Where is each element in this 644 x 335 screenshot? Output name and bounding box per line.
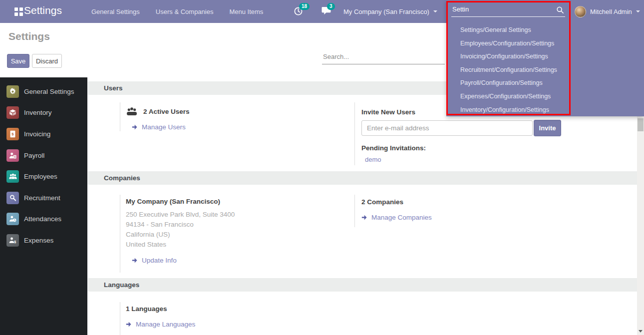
languages-count: 1 Languages (126, 305, 347, 313)
menu-search-row (452, 3, 565, 16)
magnifier-icon (6, 192, 19, 204)
search-result-item[interactable]: Payroll/Configuration/Settings (446, 76, 569, 90)
activities-button[interactable]: 18 (294, 6, 304, 16)
app-title: Settings (24, 4, 62, 16)
company-selector-label: My Company (San Francisco) (343, 8, 429, 15)
manage-languages-link[interactable]: Manage Languages (126, 321, 347, 328)
apps-grid-icon[interactable] (14, 7, 23, 16)
company-info-block: My Company (San Francisco) 250 Executive… (120, 195, 347, 273)
manage-companies-label: Manage Companies (371, 214, 432, 221)
arrow-right-icon (132, 257, 138, 264)
address-line: United States (126, 240, 347, 250)
svg-text:$: $ (14, 156, 15, 158)
messages-button[interactable]: 3 (322, 6, 331, 16)
menu-search-input[interactable] (452, 3, 547, 13)
address-line: 94134 - San Francisco (126, 220, 347, 230)
expense-icon: $ (6, 234, 19, 247)
employees-icon (6, 170, 19, 183)
page-title: Settings (8, 30, 50, 42)
svg-text:$: $ (11, 132, 14, 136)
discard-button[interactable]: Discard (32, 54, 62, 68)
section-header-languages: Languages (88, 278, 637, 292)
search-result-item[interactable]: Employees/Configuration/Settings (446, 37, 569, 50)
sidebar-item-invoicing[interactable]: $ Invoicing (0, 123, 87, 145)
companies-count: 2 Companies (361, 198, 587, 206)
record-search (322, 51, 445, 64)
settings-sidebar: General Settings Inventory $ Invoicing $… (0, 77, 87, 335)
search-result-item[interactable]: Invoicing/Configuration/Settings (446, 50, 569, 63)
sidebar-item-label: General Settings (24, 88, 74, 95)
user-name: Mitchell Admin (590, 8, 632, 15)
users-summary-block: 2 Active Users Manage Users (120, 102, 347, 131)
section-header-companies: Companies (88, 171, 637, 185)
companies-summary-block: 2 Companies Manage Companies (354, 195, 587, 227)
update-info-label: Update Info (142, 257, 177, 264)
chevron-down-icon (636, 10, 640, 12)
sidebar-item-label: Recruitment (24, 194, 60, 202)
company-address: 250 Executive Park Blvd, Suite 3400 9413… (126, 210, 347, 250)
sidebar-item-inventory[interactable]: Inventory (0, 102, 87, 124)
arrow-right-icon (361, 214, 368, 221)
address-line: California (US) (126, 230, 347, 240)
menu-users-companies[interactable]: Users & Companies (148, 8, 222, 15)
sidebar-item-label: Invoicing (24, 130, 50, 138)
sidebar-item-payroll[interactable]: $ Payroll (0, 145, 87, 166)
navbar-menus: General Settings Users & Companies Menu … (83, 0, 271, 23)
invoice-icon: $ (6, 128, 19, 140)
sidebar-item-label: Attendances (24, 215, 61, 223)
menu-menu-items[interactable]: Menu Items (221, 8, 271, 15)
arrow-right-icon (132, 124, 138, 130)
scrollbar-thumb[interactable] (638, 118, 644, 131)
manage-companies-link[interactable]: Manage Companies (361, 214, 587, 221)
gear-icon (6, 85, 19, 98)
invite-button[interactable]: Invite (534, 120, 561, 136)
pending-invitations-label: Pending Invitations: (361, 144, 587, 152)
systray: 18 3 (294, 0, 331, 23)
search-result-item[interactable]: Settings/General Settings (446, 23, 569, 37)
arrow-right-icon (126, 321, 132, 328)
search-icon[interactable] (556, 6, 564, 14)
update-info-link[interactable]: Update Info (132, 257, 347, 264)
record-search-input[interactable] (322, 51, 445, 64)
invite-email-input[interactable] (361, 120, 533, 136)
sidebar-item-label: Employees (24, 173, 57, 180)
sidebar-item-general-settings[interactable]: General Settings (0, 81, 87, 102)
sidebar-item-label: Inventory (24, 109, 52, 116)
save-button[interactable]: Save (7, 54, 29, 68)
languages-summary-block: 1 Languages Manage Languages (120, 302, 347, 335)
box-icon (6, 106, 19, 119)
manage-users-link[interactable]: Manage Users (132, 123, 347, 131)
sidebar-item-label: Payroll (24, 152, 44, 159)
sidebar-item-recruitment[interactable]: Recruitment (0, 187, 87, 209)
avatar (575, 6, 586, 17)
manage-languages-label: Manage Languages (136, 321, 195, 328)
chevron-down-icon (639, 330, 643, 333)
search-result-item[interactable]: Recruitment/Configuration/Settings (446, 63, 569, 77)
chevron-down-icon (433, 10, 437, 12)
sidebar-item-expenses[interactable]: $ Expenses (0, 230, 87, 251)
scroll-down-button[interactable] (637, 328, 644, 335)
attendance-icon (6, 213, 19, 225)
company-selector[interactable]: My Company (San Francisco) (343, 0, 437, 23)
search-result-item[interactable]: Inventory/Configuration/Settings (446, 103, 569, 117)
svg-text:$: $ (14, 240, 16, 244)
sidebar-item-label: Expenses (24, 237, 53, 244)
user-menu[interactable]: Mitchell Admin (575, 0, 640, 23)
manage-users-label: Manage Users (142, 123, 186, 131)
company-name: My Company (San Francisco) (126, 198, 347, 205)
search-result-item[interactable]: Expenses/Configuration/Settings (446, 90, 569, 103)
active-users-count: 2 Active Users (143, 108, 190, 115)
search-results-list: Settings/General Settings Employees/Conf… (446, 23, 569, 116)
message-count-badge: 3 (327, 3, 335, 10)
menu-general-settings[interactable]: General Settings (83, 8, 148, 15)
sidebar-item-attendances[interactable]: Attendances (0, 209, 87, 230)
search-underline (451, 16, 565, 17)
pending-invitation-user[interactable]: demo (365, 156, 587, 163)
activity-count-badge: 18 (299, 3, 310, 10)
address-line: 250 Executive Park Blvd, Suite 3400 (126, 210, 347, 220)
payroll-icon: $ (6, 149, 19, 162)
users-group-icon (126, 107, 138, 116)
sidebar-item-employees[interactable]: Employees (0, 166, 87, 187)
